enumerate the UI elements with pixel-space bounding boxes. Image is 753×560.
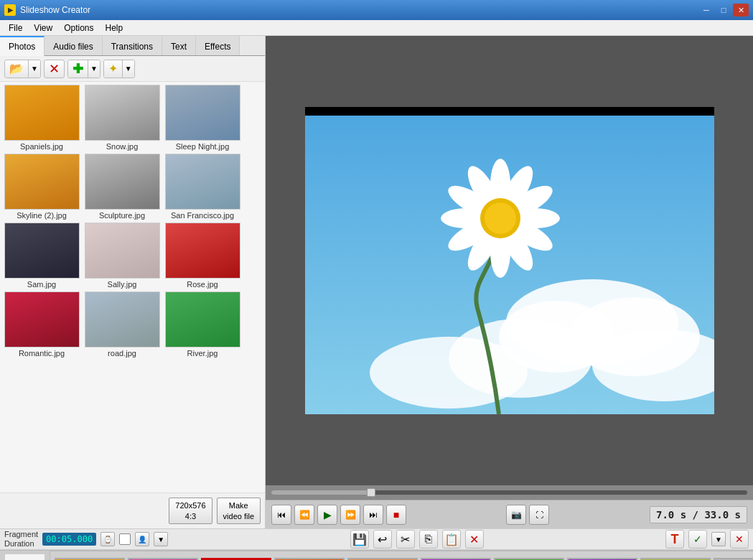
tab-bar: Photos Audio files Transitions Text Effe…	[0, 36, 265, 56]
timeline-item[interactable]	[640, 558, 711, 561]
app-icon: ▶	[4, 4, 16, 16]
open-main[interactable]: 📂	[5, 60, 28, 78]
timeline-item-empty	[714, 558, 753, 561]
timeline-item-selected[interactable]	[201, 558, 271, 561]
list-item[interactable]: road.jpg	[83, 291, 161, 358]
menu-help[interactable]: Help	[100, 22, 129, 34]
app-title: Slideshow Creator	[20, 5, 698, 15]
right-panel: ⏮ ⏪ ▶ ⏩ ⏭ ■ 📷 ⛶ 7.0 s / 33.0 s	[266, 36, 753, 528]
drag-area[interactable]: Drag something here...	[4, 554, 45, 560]
svg-point-5	[370, 337, 528, 409]
panel-bottom: 720x576 4:3 Make video file	[0, 493, 265, 528]
add-button-split[interactable]: ✚ ▼	[67, 60, 100, 78]
timeline-item[interactable]	[347, 558, 418, 561]
fullscreen-button[interactable]: ⛶	[529, 505, 549, 525]
frag-delete-button[interactable]: ✕	[465, 530, 484, 549]
close-button[interactable]: ✕	[733, 4, 749, 17]
confirm-arrow[interactable]: ▼	[711, 532, 726, 546]
list-item[interactable]: Sculpture.jpg	[83, 154, 161, 220]
list-item[interactable]: Sally.jpg	[83, 223, 161, 289]
seekbar[interactable]	[271, 490, 747, 495]
panel-toolbar: 📂 ▼ ✕ ✚ ▼ ✦ ▼	[0, 56, 265, 82]
window-controls: ─ □ ✕	[698, 4, 749, 17]
bottom-section: Drag something here... B	[0, 550, 753, 560]
time-display: 7.0 s / 33.0 s	[650, 506, 747, 523]
tab-photos[interactable]: Photos	[0, 36, 45, 56]
controls-bar: ⏮ ⏪ ▶ ⏩ ⏭ ■ 📷 ⛶ 7.0 s / 33.0 s	[266, 500, 753, 528]
add-arrow[interactable]: ▼	[88, 60, 100, 78]
fragment-checkbox[interactable]	[119, 533, 131, 545]
time-total: 33.0 s	[704, 509, 741, 521]
list-item[interactable]: Sam.jpg	[3, 223, 80, 289]
content-area: Photos Audio files Transitions Text Effe…	[0, 36, 753, 528]
list-item[interactable]: Sleep Night.jpg	[164, 85, 241, 151]
paste-button[interactable]: 📋	[442, 530, 461, 549]
seekbar-fill	[271, 490, 371, 495]
copy-button[interactable]: ⎘	[419, 530, 438, 549]
minimize-button[interactable]: ─	[698, 4, 714, 17]
confirm-button[interactable]: ✓	[688, 530, 707, 549]
list-item[interactable]: Skyline (2).jpg	[3, 154, 80, 220]
fragment-arrow-btn[interactable]: ▼	[154, 532, 168, 546]
cancel-button[interactable]: ✕	[730, 530, 749, 549]
list-item[interactable]: Romantic.jpg	[3, 291, 80, 358]
list-item[interactable]: Spaniels.jpg	[3, 85, 80, 151]
timeline-item[interactable]: ZE	[567, 558, 637, 561]
text-button[interactable]: T	[665, 530, 684, 549]
next-end-button[interactable]: ⏭	[363, 505, 383, 525]
cut-button[interactable]: ✂	[396, 530, 415, 549]
size-button[interactable]: 720x576 4:3	[169, 498, 212, 524]
timeline-item[interactable]	[494, 558, 564, 561]
list-item[interactable]: Snow.jpg	[83, 85, 161, 151]
list-item[interactable]: San Francisco.jpg	[164, 154, 241, 220]
tab-text[interactable]: Text	[162, 36, 196, 55]
camera-button[interactable]: 📷	[506, 505, 526, 525]
left-bottom: Drag something here...	[0, 551, 50, 560]
prev-start-button[interactable]: ⏮	[271, 505, 291, 525]
left-panel: Photos Audio files Transitions Text Effe…	[0, 36, 266, 528]
seekbar-area	[266, 485, 753, 500]
add-main[interactable]: ✚	[68, 60, 88, 78]
prev-frame-button[interactable]: ⏪	[294, 505, 314, 525]
preview-svg	[305, 107, 714, 414]
fragment-time-btn[interactable]: ⌚	[100, 532, 115, 546]
menu-options[interactable]: Options	[58, 22, 99, 34]
timeline-item[interactable]: B	[274, 558, 345, 561]
fragment-time: 00:05.000	[42, 533, 96, 546]
fragment-label: FragmentDuration	[4, 530, 38, 549]
open-button-split[interactable]: 📂 ▼	[4, 60, 41, 78]
timeline-item[interactable]: R	[421, 558, 491, 561]
save-button[interactable]: 💾	[350, 530, 369, 549]
undo-button[interactable]: ↩	[373, 530, 392, 549]
open-arrow[interactable]: ▼	[28, 60, 40, 78]
delete-button[interactable]: ✕	[44, 60, 65, 78]
svg-rect-22	[305, 107, 714, 116]
time-separator: /	[693, 509, 705, 521]
time-current: 7.0 s	[656, 509, 686, 521]
titlebar: ▶ Slideshow Creator ─ □ ✕	[0, 0, 753, 20]
list-item[interactable]: River.jpg	[164, 291, 241, 358]
tab-transitions[interactable]: Transitions	[103, 36, 162, 55]
menu-view[interactable]: View	[28, 22, 58, 34]
play-button[interactable]: ▶	[317, 505, 337, 525]
timeline-item[interactable]	[55, 558, 125, 561]
maximize-button[interactable]: □	[716, 4, 731, 17]
star-arrow[interactable]: ▼	[122, 60, 134, 78]
photo-grid: Spaniels.jpg Snow.jpg Sleep Night.jpg Sk…	[0, 82, 265, 493]
right-bottom: B B	[50, 551, 753, 560]
stop-button[interactable]: ■	[386, 505, 406, 525]
fragment-bar: FragmentDuration 00:05.000 ⌚ 👤 ▼ 💾 ↩ ✂ ⎘…	[0, 528, 753, 550]
tab-audio-files[interactable]: Audio files	[45, 36, 102, 55]
tab-effects[interactable]: Effects	[196, 36, 240, 55]
list-item[interactable]: Rose.jpg	[164, 223, 241, 289]
star-main[interactable]: ✦	[104, 60, 122, 78]
fragment-face-btn[interactable]: 👤	[135, 532, 149, 546]
make-video-button[interactable]: Make video file	[217, 498, 261, 524]
preview-image	[305, 107, 714, 414]
next-frame-button[interactable]: ⏩	[340, 505, 360, 525]
timeline-item[interactable]: B	[128, 558, 198, 561]
menubar: File View Options Help	[0, 20, 753, 36]
seekbar-handle[interactable]	[367, 488, 375, 497]
star-button-split[interactable]: ✦ ▼	[103, 60, 135, 78]
menu-file[interactable]: File	[3, 22, 28, 34]
